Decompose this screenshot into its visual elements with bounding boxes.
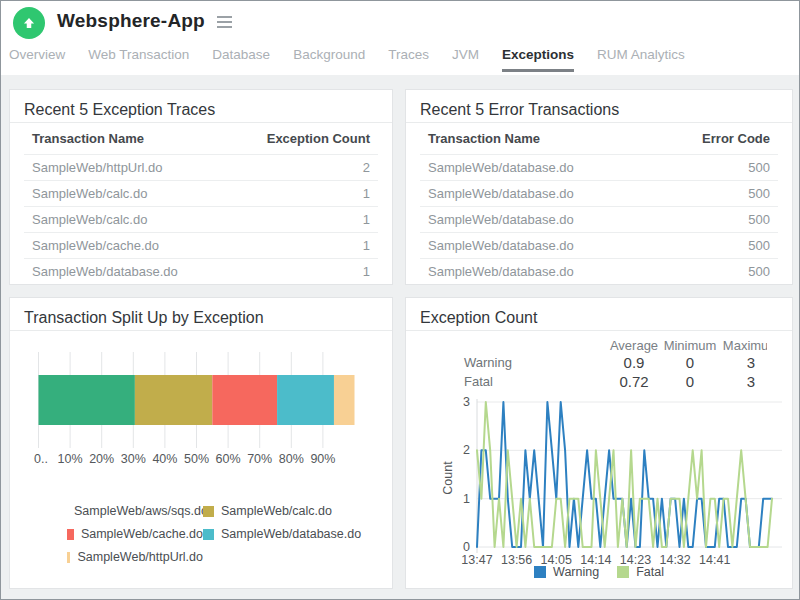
arrow-up-icon (20, 14, 38, 32)
exception-count-stats: AverageMinimumMaximumWarning0.903Fatal0.… (406, 298, 767, 394)
tab-jvm[interactable]: JVM (452, 47, 479, 69)
legend-swatch (203, 529, 214, 540)
legend-swatch (534, 566, 546, 578)
y-tick-label: 2 (463, 443, 470, 457)
tab-background[interactable]: Background (293, 47, 365, 69)
stacked-bar-chart[interactable]: 0..10%20%30%40%50%60%70%80%90% (10, 344, 393, 479)
table-row[interactable]: SampleWeb/cache.do1 (24, 233, 378, 259)
hamburger-menu-icon[interactable] (217, 16, 232, 28)
stat-value: 0.72 (619, 373, 648, 390)
table-row[interactable]: SampleWeb/database.do500 (420, 207, 778, 233)
legend-label: SampleWeb/aws/sqs.do (74, 504, 208, 518)
legend-swatch (67, 552, 70, 563)
stat-column-header-minimum: Minimum (664, 338, 717, 353)
page-title: Websphere-App (57, 10, 205, 32)
app-header: Websphere-App (1, 1, 799, 45)
table-row[interactable]: SampleWeb/database.do500 (420, 259, 778, 285)
column-header-transaction-name: Transaction Name (24, 123, 228, 155)
bar-segment-sampleweb-cache-do[interactable] (212, 375, 277, 425)
stat-value: 3 (747, 373, 755, 390)
stacked-bar-legend: SampleWeb/aws/sqs.doSampleWeb/calc.doSam… (67, 504, 361, 564)
legend-item-sampleweb-aws-sqs-do[interactable]: SampleWeb/aws/sqs.do (67, 504, 203, 518)
dashboard-screen: Websphere-App OverviewWeb TransactionDat… (0, 0, 800, 600)
panel-recent-error-transactions: Recent 5 Error Transactions Transaction … (405, 89, 793, 285)
tab-bar: OverviewWeb TransactionDatabaseBackgroun… (9, 47, 793, 73)
panel-title: Transaction Split Up by Exception (24, 309, 264, 327)
transaction-name-cell: SampleWeb/database.do (420, 207, 656, 233)
transaction-name-cell: SampleWeb/database.do (420, 181, 656, 207)
tab-overview[interactable]: Overview (9, 47, 65, 69)
legend-label: SampleWeb/database.do (221, 527, 361, 541)
transaction-name-cell: SampleWeb/database.do (24, 259, 228, 285)
panel-title: Recent 5 Exception Traces (24, 101, 215, 119)
x-tick-label: 10% (58, 452, 83, 466)
bar-segment-sampleweb-calc-do[interactable] (135, 375, 212, 425)
legend-item-fatal[interactable]: Fatal (617, 565, 664, 579)
x-tick-label: 0.. (34, 452, 48, 466)
legend-item-sampleweb-calc-do[interactable]: SampleWeb/calc.do (203, 504, 361, 518)
tab-rum-analytics[interactable]: RUM Analytics (597, 47, 685, 69)
table-row[interactable]: SampleWeb/httpUrl.do2 (24, 155, 378, 181)
stat-value: 0 (686, 373, 694, 390)
legend-label: SampleWeb/cache.do (81, 527, 203, 541)
column-header-error-code: Error Code (656, 123, 778, 155)
x-tick-label: 90% (310, 452, 335, 466)
panel-exception-count: Exception Count AverageMinimumMaximumWar… (405, 297, 793, 589)
line-chart-legend: WarningFatal (406, 565, 792, 579)
table-row[interactable]: SampleWeb/database.do500 (420, 181, 778, 207)
error-code-cell: 500 (656, 207, 778, 233)
tab-traces[interactable]: Traces (388, 47, 429, 69)
table-row[interactable]: SampleWeb/database.do500 (420, 155, 778, 181)
data-table: Transaction NameError CodeSampleWeb/data… (420, 123, 778, 285)
transaction-name-cell: SampleWeb/cache.do (24, 233, 228, 259)
legend-label: SampleWeb/httpUrl.do (77, 550, 203, 564)
x-tick-label: 50% (184, 452, 209, 466)
x-tick-label: 20% (89, 452, 114, 466)
column-header-exception-count: Exception Count (228, 123, 378, 155)
legend-item-sampleweb-database-do[interactable]: SampleWeb/database.do (203, 527, 361, 541)
column-header-transaction-name: Transaction Name (420, 123, 656, 155)
table-row[interactable]: SampleWeb/calc.do1 (24, 207, 378, 233)
legend-label: Warning (553, 565, 599, 579)
stat-value: 3 (747, 354, 755, 371)
panel-transaction-split: Transaction Split Up by Exception 0..10%… (9, 297, 393, 589)
tab-exceptions[interactable]: Exceptions (502, 47, 574, 72)
legend-swatch (617, 566, 629, 578)
data-table: Transaction NameException CountSampleWeb… (24, 123, 378, 285)
transaction-name-cell: SampleWeb/calc.do (24, 207, 228, 233)
exception-count-cell: 1 (228, 233, 378, 259)
x-tick-label: 40% (152, 452, 177, 466)
error-code-cell: 500 (656, 259, 778, 285)
app-status-badge (13, 7, 45, 39)
x-tick-label: 60% (216, 452, 241, 466)
exception-count-cell: 1 (228, 259, 378, 285)
bar-segment-sampleweb-httpurl-do[interactable] (334, 375, 355, 425)
y-tick-label: 0 (463, 540, 470, 554)
tab-database[interactable]: Database (212, 47, 270, 69)
transaction-name-cell: SampleWeb/database.do (420, 259, 656, 285)
legend-label: SampleWeb/calc.do (221, 504, 332, 518)
stat-row-label-fatal: Fatal (464, 374, 493, 389)
exception-count-cell: 2 (228, 155, 378, 181)
table-row[interactable]: SampleWeb/database.do1 (24, 259, 378, 285)
legend-item-sampleweb-httpurl-do[interactable]: SampleWeb/httpUrl.do (67, 550, 203, 564)
table-row[interactable]: SampleWeb/calc.do1 (24, 181, 378, 207)
exception-count-cell: 1 (228, 207, 378, 233)
legend-swatch (203, 506, 214, 517)
line-chart[interactable]: 0123Count13:4713:5614:0514:1414:2314:321… (406, 396, 793, 571)
table-row[interactable]: SampleWeb/database.do500 (420, 233, 778, 259)
x-tick-label: 30% (121, 452, 146, 466)
y-tick-label: 3 (463, 396, 470, 409)
tab-web-transaction[interactable]: Web Transaction (88, 47, 189, 69)
x-tick-label: 70% (247, 452, 272, 466)
legend-item-sampleweb-cache-do[interactable]: SampleWeb/cache.do (67, 527, 203, 541)
transaction-name-cell: SampleWeb/database.do (420, 233, 656, 259)
bar-segment-sampleweb-database-do[interactable] (277, 375, 334, 425)
stat-row-label-warning: Warning (464, 355, 512, 370)
exception-count-cell: 1 (228, 181, 378, 207)
transaction-name-cell: SampleWeb/database.do (420, 155, 656, 181)
bar-segment-sampleweb-aws-sqs-do[interactable] (39, 375, 135, 425)
error-transactions-table-wrap: Transaction NameError CodeSampleWeb/data… (420, 123, 778, 285)
error-code-cell: 500 (656, 155, 778, 181)
legend-item-warning[interactable]: Warning (534, 565, 599, 579)
